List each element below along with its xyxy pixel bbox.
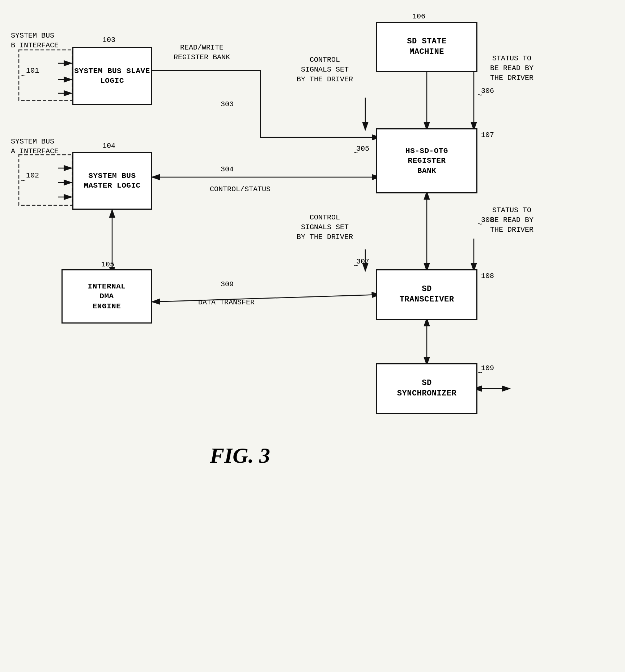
ref-101: 101 <box>26 66 39 76</box>
ref-104: 104 <box>102 141 115 151</box>
sd-transceiver-box: SDTRANSCEIVER <box>376 269 477 320</box>
tilde-307: ~ <box>354 261 358 272</box>
hs-sd-otg-label: HS-SD-OTGREGISTERBANK <box>405 146 448 176</box>
control-signals-bot-label: CONTROLSIGNALS SETBY THE DRIVER <box>297 213 353 242</box>
ref-108: 108 <box>481 271 494 281</box>
hs-sd-otg-box: HS-SD-OTGREGISTERBANK <box>376 128 477 193</box>
ref-109: 109 <box>481 363 494 373</box>
ref-304: 304 <box>221 164 234 174</box>
tilde-305: ~ <box>354 148 358 159</box>
sd-transceiver-label: SDTRANSCEIVER <box>400 284 454 305</box>
system-bus-a-label: SYSTEM BUSA INTERFACE <box>11 137 59 156</box>
internal-dma-label: INTERNALDMAENGINE <box>88 282 126 311</box>
system-bus-slave-box: SYSTEM BUS SLAVE LOGIC <box>72 47 152 105</box>
read-write-register-label: READ/WRITEREGISTER BANK <box>174 43 230 62</box>
sd-state-machine-box: SD STATEMACHINE <box>376 22 477 72</box>
ref-303: 303 <box>221 99 234 109</box>
ref-102: 102 <box>26 171 39 180</box>
system-bus-master-label: SYSTEM BUS MASTER LOGIC <box>73 171 151 191</box>
tilde-101: ~ <box>21 71 26 82</box>
tilde-306: ~ <box>477 90 482 101</box>
sd-synchronizer-label: SDSYNCHRONIZER <box>397 378 456 399</box>
system-bus-master-box: SYSTEM BUS MASTER LOGIC <box>72 152 152 210</box>
ref-106: 106 <box>412 12 425 21</box>
sd-synchronizer-box: SDSYNCHRONIZER <box>376 363 477 414</box>
sd-state-machine-label: SD STATEMACHINE <box>407 37 447 57</box>
tilde-102: ~ <box>21 176 26 187</box>
system-bus-slave-label: SYSTEM BUS SLAVE LOGIC <box>73 66 151 86</box>
control-status-label: CONTROL/STATUS <box>210 184 271 194</box>
ref-306: 306 <box>481 86 494 96</box>
diagram-container: SYSTEM BUS SLAVE LOGIC SYSTEM BUS MASTER… <box>0 0 625 672</box>
data-transfer-label: DATA TRANSFER <box>198 298 255 307</box>
ref-105: 105 <box>101 260 114 269</box>
status-bot-label: STATUS TOBE READ BYTHE DRIVER <box>490 205 533 235</box>
tilde-109: ~ <box>477 368 482 379</box>
ref-103: 103 <box>102 35 115 45</box>
figure-label: FIG. 3 <box>210 441 270 470</box>
internal-dma-box: INTERNALDMAENGINE <box>61 269 152 324</box>
ref-107: 107 <box>481 130 494 140</box>
ref-309: 309 <box>221 279 234 289</box>
tilde-308: ~ <box>477 219 482 230</box>
control-signals-top-label: CONTROLSIGNALS SETBY THE DRIVER <box>297 55 353 84</box>
status-top-label: STATUS TOBE READ BYTHE DRIVER <box>490 53 533 83</box>
svg-line-21 <box>152 295 380 302</box>
system-bus-b-label: SYSTEM BUSB INTERFACE <box>11 31 59 50</box>
